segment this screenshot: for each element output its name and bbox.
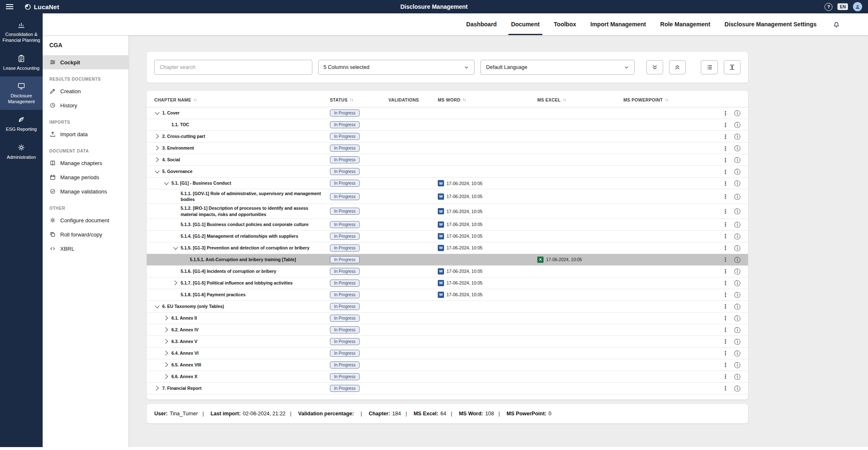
table-row[interactable]: 6. EU Taxonomy (only Tables) In Progress [147, 301, 748, 313]
help-icon[interactable] [825, 3, 832, 11]
info-icon[interactable] [734, 133, 740, 140]
expand-all-button[interactable] [646, 60, 663, 74]
kebab-menu-icon[interactable] [722, 280, 728, 286]
columns-select[interactable]: 5 Columns selected [318, 60, 475, 75]
row-height-button[interactable] [724, 60, 740, 74]
chevron-icon[interactable] [154, 157, 160, 163]
collapse-all-button[interactable] [669, 60, 686, 74]
table-row[interactable]: 1. Cover In Progress [147, 107, 748, 119]
info-icon[interactable] [734, 327, 740, 333]
tab-disclosure-management-settings[interactable]: Disclosure Management Settings [725, 13, 817, 35]
info-icon[interactable] [734, 257, 740, 263]
rail-item-esg-reporting[interactable]: ESG Reporting [0, 110, 43, 137]
kebab-menu-icon[interactable] [722, 327, 728, 333]
rail-item-administration[interactable]: Administration [0, 138, 43, 165]
kebab-menu-icon[interactable] [722, 169, 728, 175]
kebab-menu-icon[interactable] [722, 221, 728, 227]
chevron-icon[interactable] [163, 315, 169, 321]
info-icon[interactable] [734, 110, 740, 116]
rail-item-disclosure-management[interactable]: Disclosure Management [0, 76, 43, 110]
table-row[interactable]: 5.1.4. [G1-2] Management of relationship… [147, 231, 748, 242]
table-row[interactable]: 5.1.1. [GOV-1] Role of administrative, s… [147, 189, 748, 204]
table-row[interactable]: 5.1.5. [G1-3] Prevention and detection o… [147, 242, 748, 254]
info-icon[interactable] [734, 168, 740, 175]
table-row[interactable]: 6.1. Annex II In Progress [147, 313, 748, 324]
kebab-menu-icon[interactable] [722, 315, 728, 321]
info-icon[interactable] [734, 208, 740, 214]
column-header[interactable]: MS EXCEL [537, 97, 623, 102]
chevron-icon[interactable] [163, 350, 169, 356]
info-icon[interactable] [734, 338, 740, 345]
info-icon[interactable] [734, 245, 740, 251]
list-view-button[interactable] [701, 60, 717, 74]
sidebar-item-manage-validations[interactable]: Manage validations [43, 184, 128, 198]
info-icon[interactable] [734, 268, 740, 275]
chevron-icon[interactable] [163, 180, 169, 186]
info-icon[interactable] [734, 315, 740, 321]
kebab-menu-icon[interactable] [722, 110, 728, 116]
rail-item-lease-accounting[interactable]: Lease Accounting [0, 49, 43, 76]
kebab-menu-icon[interactable] [722, 338, 728, 344]
table-row[interactable]: 5.1.5.1. Anti-Corruption and bribery tra… [147, 254, 748, 266]
kebab-menu-icon[interactable] [722, 157, 728, 163]
table-row[interactable]: 6.6. Annex X In Progress [147, 371, 748, 383]
tab-toolbox[interactable]: Toolbox [554, 13, 576, 35]
column-header[interactable]: MS POWERPOINT [623, 97, 705, 102]
info-icon[interactable] [734, 303, 740, 310]
column-header[interactable]: CHAPTER NAME [154, 97, 330, 102]
language-badge[interactable]: EN [837, 3, 848, 10]
column-header[interactable]: STATUS [330, 97, 388, 102]
kebab-menu-icon[interactable] [722, 385, 728, 391]
kebab-menu-icon[interactable] [722, 374, 728, 379]
chapter-search-input[interactable] [154, 60, 312, 75]
info-icon[interactable] [734, 292, 740, 298]
sidebar-item-history[interactable]: History [43, 98, 128, 112]
table-row[interactable]: 7. Financial Report In Progress [147, 383, 748, 394]
table-row[interactable]: 4. Social In Progress [147, 154, 748, 166]
table-row[interactable]: 6.2. Annex IV In Progress [147, 324, 748, 336]
chevron-icon[interactable] [163, 362, 169, 368]
avatar[interactable] [853, 2, 862, 11]
tab-role-management[interactable]: Role Management [660, 13, 710, 35]
info-icon[interactable] [734, 122, 740, 128]
kebab-menu-icon[interactable] [722, 257, 728, 262]
tab-import-management[interactable]: Import Management [590, 13, 646, 35]
chevron-icon[interactable] [154, 385, 160, 391]
info-icon[interactable] [734, 221, 740, 228]
table-row[interactable]: 3. Environment In Progress [147, 142, 748, 154]
sidebar-item-manage-periods[interactable]: Manage periods [43, 170, 128, 184]
kebab-menu-icon[interactable] [722, 303, 728, 309]
kebab-menu-icon[interactable] [722, 233, 728, 239]
sidebar-item-configure-document[interactable]: Configure document [43, 213, 128, 227]
info-icon[interactable] [734, 385, 740, 392]
sort-icon[interactable] [462, 97, 466, 102]
sidebar-item-cockpit[interactable]: Cockpit [43, 55, 128, 69]
info-icon[interactable] [734, 157, 740, 163]
info-icon[interactable] [734, 193, 740, 200]
kebab-menu-icon[interactable] [722, 268, 728, 274]
chevron-icon[interactable] [173, 245, 179, 251]
table-row[interactable]: 5.1. [G1] - Business Conduct In Progress… [147, 178, 748, 189]
sidebar-item-creation[interactable]: Creation [43, 84, 128, 98]
chevron-icon[interactable] [163, 338, 169, 344]
kebab-menu-icon[interactable] [722, 292, 728, 297]
info-icon[interactable] [734, 374, 740, 380]
table-row[interactable]: 5.1.3. [G1-1] Business conduct policies … [147, 219, 748, 231]
kebab-menu-icon[interactable] [722, 208, 728, 214]
table-row[interactable]: 5. Governance In Progress [147, 166, 748, 178]
table-row[interactable]: 5.1.2. [IRO-1] Description of processes … [147, 204, 748, 219]
table-row[interactable]: 5.1.6. [G1-4] Incidents of corruption or… [147, 266, 748, 277]
chevron-icon[interactable] [154, 133, 160, 139]
sidebar-item-import-data[interactable]: Import data [43, 127, 128, 141]
table-row[interactable]: 5.1.7. [G1-5] Political influence and lo… [147, 277, 748, 289]
chevron-icon[interactable] [173, 280, 179, 286]
table-row[interactable]: 1.1. TOC In Progress [147, 119, 748, 131]
sort-icon[interactable] [350, 97, 353, 102]
info-icon[interactable] [734, 362, 740, 368]
kebab-menu-icon[interactable] [722, 245, 728, 251]
kebab-menu-icon[interactable] [722, 181, 728, 186]
chevron-icon[interactable] [163, 374, 169, 379]
chevron-icon[interactable] [163, 327, 169, 333]
table-row[interactable]: 6.4. Annex VI In Progress [147, 348, 748, 359]
column-header[interactable]: MS WORD [438, 97, 537, 102]
